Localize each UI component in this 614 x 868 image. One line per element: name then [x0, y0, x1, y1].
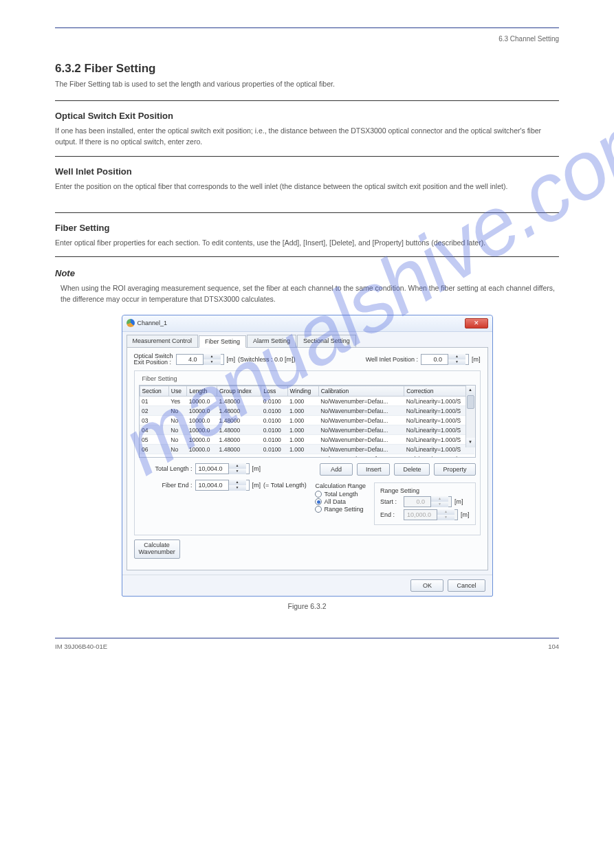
col-winding[interactable]: Winding [287, 386, 318, 397]
col-section[interactable]: Section [140, 386, 168, 397]
tab-sectional-setting[interactable]: Sectional Setting [297, 335, 356, 347]
spinner[interactable]: ▲▼ [445, 354, 468, 365]
scroll-up-icon[interactable]: ▲ [466, 386, 475, 395]
cell-winding: 1.000 [287, 425, 318, 435]
footer-doc-id: IM 39J06B40-01E [55, 643, 107, 650]
cell-gindex: 1.48000 [217, 397, 261, 406]
range-end-value: 10,000.0 [404, 511, 434, 518]
add-button[interactable]: Add [320, 463, 353, 476]
table-row[interactable]: 07No10000.01.480000.01001.000No/Wavenumb… [140, 454, 474, 458]
close-button[interactable]: ✕ [465, 318, 488, 329]
fiber-table[interactable]: Section Use Length Group Index Loss Wind… [140, 386, 475, 458]
cell-length: 10000.0 [187, 406, 217, 416]
cell-use: No [168, 406, 186, 416]
cell-gindex: 1.48000 [217, 406, 261, 416]
col-calibration[interactable]: Calibration [318, 386, 404, 397]
unit-m: [m] [252, 465, 261, 472]
range-end-input: 10,000.0 ▲▼ [404, 509, 458, 520]
scroll-down-icon[interactable]: ▼ [466, 438, 475, 447]
table-row[interactable]: 05No10000.01.480000.01001.000No/Wavenumb… [140, 435, 474, 445]
unit-m: [m] [454, 498, 463, 505]
total-length-input[interactable]: 10,004.0 ▲▼ [195, 463, 250, 474]
fiber-setting-group-title: Fiber Setting [140, 375, 179, 382]
table-row[interactable]: 02No10000.01.480000.01001.000No/Wavenumb… [140, 406, 474, 416]
titlebar[interactable]: Channel_1 ✕ [122, 315, 492, 332]
cell-section: 07 [140, 454, 168, 458]
page-header: 6.3 Channel Setting [55, 35, 559, 43]
cell-corr: No/Linearity=1.000/S [404, 406, 474, 416]
tab-alarm-setting[interactable]: Alarm Setting [247, 335, 296, 347]
well-inlet-label: Well Inlet Position : [366, 356, 418, 363]
channel-dialog: Channel_1 ✕ Measurement Control Fiber Se… [122, 315, 493, 597]
cell-gindex: 1.48000 [217, 416, 261, 425]
range-start-label: Start : [380, 498, 401, 505]
table-row[interactable]: 01Yes10000.01.480000.01001.000No/Wavenum… [140, 397, 474, 406]
col-length[interactable]: Length [187, 386, 217, 397]
total-length-value: 10,004.0 [196, 465, 226, 472]
tab-body: Optical Switch Exit Position : 4.0 ▲▼ [m… [127, 347, 488, 571]
vertical-scrollbar[interactable]: ▲ ▼ [465, 386, 475, 447]
cell-corr: No/Linearity=1.000/S [404, 445, 474, 454]
col-loss[interactable]: Loss [261, 386, 287, 397]
col-group-index[interactable]: Group Index [217, 386, 261, 397]
spinner: ▲▼ [428, 496, 451, 507]
range-end-label: End : [380, 511, 401, 518]
footer-page-number: 104 [548, 643, 559, 650]
rule [55, 212, 559, 213]
tab-measurement-control[interactable]: Measurement Control [127, 335, 199, 347]
para-well: Enter the position on the optical fiber … [55, 181, 559, 192]
cell-loss: 0.0100 [261, 397, 287, 406]
cell-length: 10000.0 [187, 425, 217, 435]
property-button[interactable]: Property [434, 463, 475, 476]
fiber-setting-group: Fiber Setting Section Use Length Group I… [134, 370, 481, 535]
range-box-title: Range Setting [380, 487, 470, 494]
ok-button[interactable]: OK [410, 579, 443, 592]
table-row[interactable]: 04No10000.01.480000.01001.000No/Wavenumb… [140, 425, 474, 435]
section-title: 6.3.2 Fiber Setting [55, 62, 559, 76]
scroll-thumb[interactable] [467, 395, 474, 409]
cell-gindex: 1.48000 [217, 454, 261, 458]
spinner[interactable]: ▲▼ [200, 354, 223, 365]
cell-corr: No/Linearity=1.000/S [404, 454, 474, 458]
cell-length: 10000.0 [187, 445, 217, 454]
cell-calib: No/Wavenumber=Defau... [318, 406, 404, 416]
spinner[interactable]: ▲▼ [226, 463, 249, 474]
cell-winding: 1.000 [287, 397, 318, 406]
para-switch: If one has been installed, enter the opt… [55, 125, 559, 148]
radio-range-setting[interactable]: Range Setting [315, 506, 366, 513]
range-start-input: 0.0 ▲▼ [404, 496, 452, 507]
insert-button[interactable]: Insert [357, 463, 391, 476]
fiber-end-suffix: (= Total Length) [263, 482, 307, 489]
cell-corr: No/Linearity=1.000/S [404, 397, 474, 406]
unit-m: [m] [227, 356, 236, 363]
tab-fiber-setting[interactable]: Fiber Setting [199, 335, 246, 348]
delete-button[interactable]: Delete [394, 463, 430, 476]
cell-winding: 1.000 [287, 435, 318, 445]
col-use[interactable]: Use [168, 386, 186, 397]
radio-all-data-label: All Data [324, 498, 346, 505]
heading-well: Well Inlet Position [55, 166, 559, 177]
col-correction[interactable]: Correction [404, 386, 474, 397]
cell-section: 05 [140, 435, 168, 445]
fiber-end-input[interactable]: 10,004.0 ▲▼ [195, 480, 250, 491]
cancel-button[interactable]: Cancel [448, 579, 485, 592]
unit-m: [m] [472, 356, 481, 363]
calculate-wavenumber-button[interactable]: Calculate Wavenumber [134, 539, 180, 559]
section-subtitle: The Fiber Setting tab is used to set the… [55, 80, 559, 88]
switch-exit-value: 4.0 [177, 356, 200, 363]
cell-use: No [168, 454, 186, 458]
well-inlet-input[interactable]: 0.0 ▲▼ [421, 354, 469, 365]
rule [55, 156, 559, 157]
table-row[interactable]: 03No10000.01.480000.01001.000No/Wavenumb… [140, 416, 474, 425]
spinner[interactable]: ▲▼ [226, 480, 249, 491]
table-row[interactable]: 06No10000.01.480000.01001.000No/Wavenumb… [140, 445, 474, 454]
switch-exit-input[interactable]: 4.0 ▲▼ [176, 354, 224, 365]
top-rule [55, 27, 559, 28]
radio-total-length[interactable]: Total Length [315, 491, 366, 498]
radio-all-data[interactable]: All Data [315, 498, 366, 505]
cell-loss: 0.0100 [261, 425, 287, 435]
fiber-table-scroll[interactable]: Section Use Length Group Index Loss Wind… [139, 385, 476, 458]
note-title: Note [55, 268, 559, 278]
unit-m: [m] [461, 511, 470, 518]
note-body: When using the ROI averaging measurement… [61, 282, 559, 305]
